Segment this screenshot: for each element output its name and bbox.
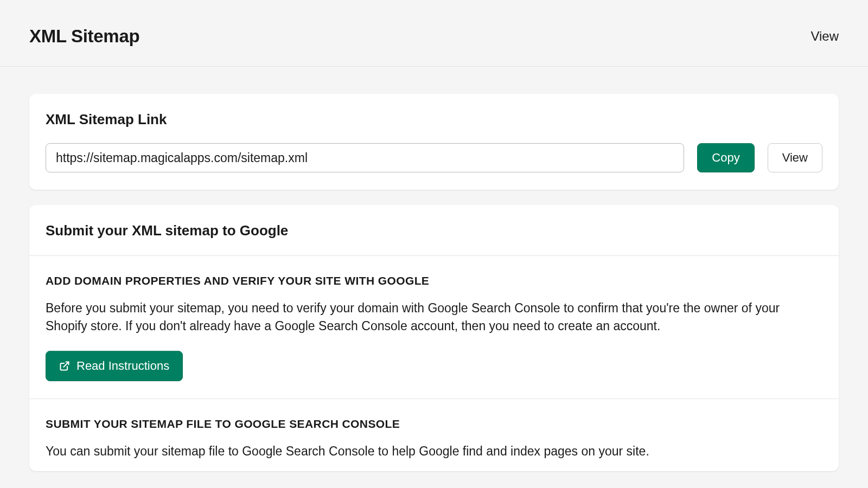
submit-sitemap-title: Submit your XML sitemap to Google — [29, 205, 839, 256]
submit-file-block: SUBMIT YOUR SITEMAP FILE TO GOOGLE SEARC… — [29, 399, 839, 471]
verify-domain-text: Before you submit your sitemap, you need… — [46, 299, 822, 336]
content-area: XML Sitemap Link Copy View Submit your X… — [0, 67, 868, 471]
external-link-icon — [59, 361, 70, 371]
sitemap-link-card-title: XML Sitemap Link — [29, 94, 839, 143]
verify-domain-block: ADD DOMAIN PROPERTIES AND VERIFY YOUR SI… — [29, 256, 839, 399]
read-instructions-button[interactable]: Read Instructions — [46, 351, 183, 381]
page-title: XML Sitemap — [29, 26, 139, 47]
view-button[interactable]: View — [768, 143, 822, 172]
sitemap-link-card: XML Sitemap Link Copy View — [29, 94, 839, 190]
svg-line-0 — [63, 362, 68, 367]
submit-file-subtitle: SUBMIT YOUR SITEMAP FILE TO GOOGLE SEARC… — [46, 418, 822, 431]
verify-domain-subtitle: ADD DOMAIN PROPERTIES AND VERIFY YOUR SI… — [46, 274, 822, 287]
copy-button[interactable]: Copy — [697, 143, 754, 172]
page-header: XML Sitemap View — [0, 0, 868, 67]
header-view-link[interactable]: View — [810, 29, 839, 44]
sitemap-url-input[interactable] — [46, 143, 684, 172]
submit-sitemap-card: Submit your XML sitemap to Google ADD DO… — [29, 205, 839, 471]
submit-file-text: You can submit your sitemap file to Goog… — [46, 442, 822, 460]
read-instructions-label: Read Instructions — [76, 359, 169, 373]
sitemap-link-row: Copy View — [29, 143, 839, 190]
